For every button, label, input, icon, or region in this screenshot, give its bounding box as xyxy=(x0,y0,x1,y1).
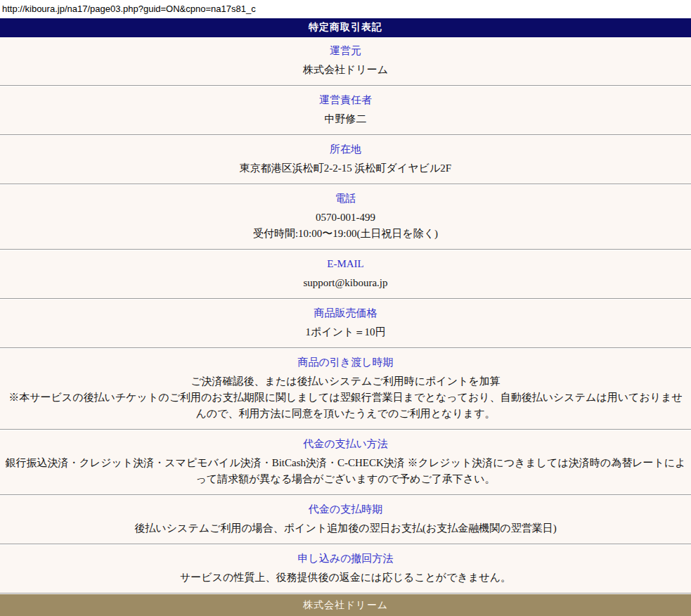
section-cancellation: 申し込みの撤回方法 サービスの性質上、役務提供後の返金には応じることができません… xyxy=(0,545,691,593)
section-email-value: support@kiboura.jp xyxy=(4,275,687,291)
section-manager-value: 中野修二 xyxy=(4,111,687,127)
section-delivery-heading: 商品の引き渡し時期 xyxy=(4,355,687,370)
section-manager: 運営責任者 中野修二 xyxy=(0,86,691,134)
section-email-heading: E-MAIL xyxy=(4,257,687,271)
section-payment-method-value: 銀行振込決済・クレジット決済・スマピモバイル決済・BitCash決済・C-CHE… xyxy=(4,455,687,487)
section-address-heading: 所在地 xyxy=(4,142,687,157)
section-address-value: 東京都港区浜松町2-2-15 浜松町ダイヤビル2F xyxy=(4,160,687,177)
section-phone-heading: 電話 xyxy=(4,191,687,206)
section-email: E-MAIL support@kiboura.jp xyxy=(0,250,691,298)
footer-bar: 株式会社ドリーム xyxy=(0,594,691,616)
section-delivery-value: ご決済確認後、または後払いシステムご利用時にポイントを加算 xyxy=(4,373,687,390)
section-operator-value: 株式会社ドリーム xyxy=(4,62,687,78)
section-cancellation-heading: 申し込みの撤回方法 xyxy=(4,551,687,566)
section-price: 商品販売価格 1ポイント＝10円 xyxy=(0,300,691,347)
section-payment-method-heading: 代金の支払い方法 xyxy=(4,437,687,451)
page: http://kiboura.jp/na17/page03.php?guid=O… xyxy=(0,0,691,616)
section-address: 所在地 東京都港区浜松町2-2-15 浜松町ダイヤビル2F xyxy=(0,136,691,184)
section-delivery-note: ※本サービスの後払いチケットのご利用のお支払期限に関しましては翌銀行営業日までと… xyxy=(4,390,687,422)
url-text: http://kiboura.jp/na17/page03.php?guid=O… xyxy=(0,0,691,18)
section-operator: 運営元 株式会社ドリーム xyxy=(0,37,691,85)
section-operator-heading: 運営元 xyxy=(4,44,687,58)
content: 運営元 株式会社ドリーム 運営責任者 中野修二 所在地 東京都港区浜松町2-2-… xyxy=(0,37,691,594)
page-title-bar: 特定商取引表記 xyxy=(0,18,691,37)
section-phone-hours: 受付時間:10:00〜19:00(土日祝日を除く) xyxy=(4,226,687,242)
section-phone: 電話 0570-001-499 受付時間:10:00〜19:00(土日祝日を除く… xyxy=(0,185,691,249)
section-payment-time: 代金の支払時期 後払いシステムご利用の場合、ポイント追加後の翌日お支払(お支払金… xyxy=(0,496,691,544)
section-price-heading: 商品販売価格 xyxy=(4,306,687,321)
footer-company-name: 株式会社ドリーム xyxy=(303,599,388,610)
section-payment-time-heading: 代金の支払時期 xyxy=(4,502,687,517)
section-phone-number: 0570-001-499 xyxy=(4,210,687,226)
section-manager-heading: 運営責任者 xyxy=(4,93,687,108)
section-payment-time-value: 後払いシステムご利用の場合、ポイント追加後の翌日お支払(お支払金融機関の翌営業日… xyxy=(4,520,687,537)
section-delivery: 商品の引き渡し時期 ご決済確認後、または後払いシステムご利用時にポイントを加算 … xyxy=(0,349,691,429)
section-price-value: 1ポイント＝10円 xyxy=(4,324,687,340)
page-title: 特定商取引表記 xyxy=(309,21,382,32)
section-payment-method: 代金の支払い方法 銀行振込決済・クレジット決済・スマピモバイル決済・BitCas… xyxy=(0,430,691,494)
section-cancellation-value: サービスの性質上、役務提供後の返金には応じることができません。 xyxy=(4,570,687,586)
